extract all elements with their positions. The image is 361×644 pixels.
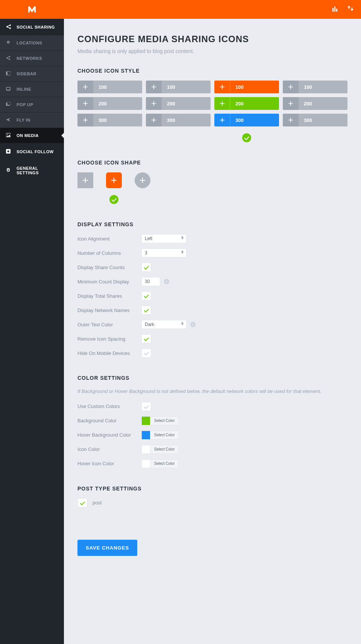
label-total-shares: Display Total Shares [77,293,141,299]
style-label: 100 [230,84,279,90]
style-label: 100 [299,84,347,90]
sidebar-item-popup[interactable]: POP UP [0,97,64,113]
label-icon-color: Icon Color [77,446,141,452]
info-icon[interactable]: i [190,322,196,327]
plus-square-icon [6,149,11,154]
style-label: 300 [230,117,279,123]
sidebar-item-inline[interactable]: INLINE [0,82,64,97]
section-title-posttype: POST TYPE SETTINGS [77,486,347,492]
style-label: 100 [162,84,211,90]
stats-icon[interactable] [332,6,338,13]
sidebar-item-sidebar[interactable]: SIDEBAR [0,66,64,82]
style-option[interactable]: 300 [283,114,347,126]
style-option[interactable]: 100 [214,81,279,93]
sidebar: SOCIAL SHARING LOCATIONS NETWORKS SIDEBA… [0,19,64,644]
select-outer-text[interactable]: Dark [141,320,187,329]
popup-icon [6,102,11,107]
sidebar-item-social-follow[interactable]: SOCIAL FOLLOW [0,143,64,160]
style-label: 200 [299,101,347,107]
swatch-hover-icon[interactable] [141,459,150,468]
sidebar-group-social-sharing[interactable]: SOCIAL SHARING [0,19,64,35]
sidebar-item-networks[interactable]: NETWORKS [0,51,64,66]
style-label: 300 [162,117,211,123]
style-option[interactable]: 300 [146,114,211,126]
toggle-posttype-post[interactable] [77,498,87,507]
svg-rect-11 [6,72,7,75]
label-outer-text: Outer Text Color [77,322,141,327]
style-option[interactable]: 300 [214,114,279,126]
section-title-display: DISPLAY SETTINGS [77,221,347,227]
inline-icon [6,87,11,92]
shape-circle[interactable] [135,172,150,188]
plus-icon [214,97,230,110]
svg-point-7 [8,42,9,43]
share-icon [6,56,11,61]
label-hide-mobile: Hide On Mobile Devices [77,350,141,356]
style-option[interactable]: 200 [146,97,211,110]
section-title-shape: CHOOSE ICON SHAPE [77,160,347,166]
style-option[interactable]: 100 [146,81,211,93]
share-icon [6,24,11,30]
toggle-remove-spacing[interactable] [141,334,151,343]
toggle-total-shares[interactable] [141,291,151,300]
sidebar-group-label: SOCIAL SHARING [17,25,55,29]
section-title-color: COLOR SETTINGS [77,375,347,381]
sidebar-item-on-media[interactable]: ON MEDIA [0,128,64,143]
plus-icon [283,114,299,126]
sidebar-item-label: POP UP [17,102,33,107]
plus-icon [146,114,162,126]
toggle-hide-mobile[interactable] [141,349,151,358]
style-option[interactable]: 200 [283,97,347,110]
save-button[interactable]: SAVE CHANGES [77,540,137,556]
style-option[interactable]: 200 [214,97,279,110]
style-label: 300 [93,117,142,123]
style-option[interactable]: 100 [77,81,142,93]
gear-icon [6,168,11,173]
label-min-count: Minimum Count Display [77,279,141,285]
toggle-share-counts[interactable] [141,263,151,272]
label-bg-color: Background Color [77,418,141,423]
sidebar-item-locations[interactable]: LOCATIONS [0,35,64,51]
button-select-hover-icon-color[interactable]: Select Color [150,459,179,468]
page-title: CONFIGURE MEDIA SHARING ICONS [77,34,347,44]
plus-icon [283,81,299,93]
swatch-icon[interactable] [141,445,150,454]
label-share-counts: Display Share Counts [77,265,141,270]
posttype-label: post [93,500,102,505]
label-network-names: Display Network Names [77,308,141,313]
toggle-custom-colors[interactable] [141,402,151,411]
plus-icon [283,97,299,110]
shape-rounded[interactable] [106,172,122,188]
shape-square[interactable] [77,172,93,188]
swatch-hover-bg[interactable] [141,431,150,440]
flyin-icon [6,117,11,123]
label-hover-icon-color: Hover Icon Color [77,461,141,466]
style-option[interactable]: 100 [283,81,347,93]
sidebar-item-label: ON MEDIA [17,133,39,138]
style-option[interactable]: 200 [77,97,142,110]
import-export-icon[interactable] [347,6,353,13]
style-option[interactable]: 300 [77,114,142,126]
label-remove-spacing: Remove Icon Spacing [77,336,141,342]
pin-icon [6,40,11,46]
input-min-count[interactable] [141,277,160,286]
sidebar-item-general-settings[interactable]: GENERAL SETTINGS [0,160,64,181]
swatch-bg[interactable] [141,416,150,425]
select-num-columns[interactable]: 3 [141,248,187,257]
info-icon[interactable]: i [164,279,169,284]
button-select-icon-color[interactable]: Select Color [150,445,179,454]
image-icon [6,133,11,138]
style-label: 200 [230,101,279,107]
selected-check-icon [242,133,251,142]
button-select-hover-bg-color[interactable]: Select Color [150,431,179,440]
sidebar-item-flyin[interactable]: FLY IN [0,113,64,128]
style-label: 200 [93,101,142,107]
selected-check-icon [109,195,118,204]
button-select-bg-color[interactable]: Select Color [150,416,179,425]
select-icon-alignment[interactable]: Left [141,234,187,243]
svg-point-18 [7,134,8,135]
color-note: If Background or Hover Background is not… [77,388,347,395]
plus-icon [77,81,93,93]
logo[interactable] [0,0,64,19]
toggle-network-names[interactable] [141,306,151,315]
